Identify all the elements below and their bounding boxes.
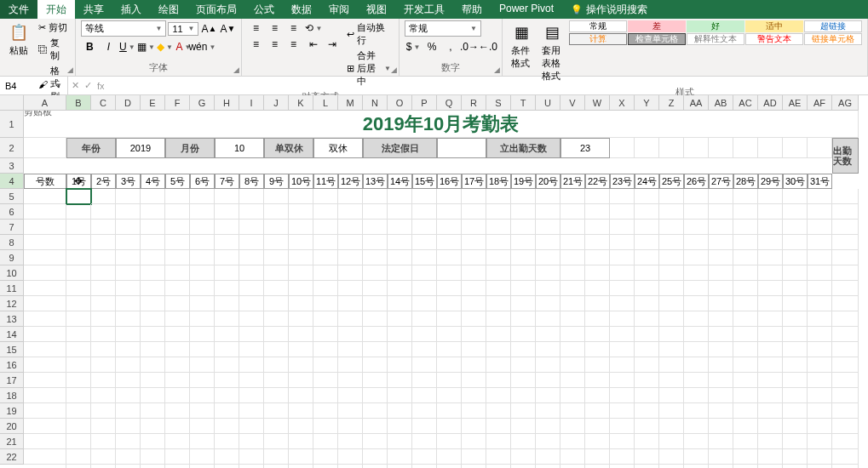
spreadsheet-grid[interactable]: ABCDEFGHIJKLMNOPQRSTUVWXYZAAABACADAEAFAG… [0, 95, 868, 468]
cell[interactable] [733, 342, 758, 357]
cell[interactable] [215, 342, 239, 357]
cell[interactable] [560, 311, 585, 327]
cell[interactable] [486, 373, 511, 388]
cell[interactable] [239, 449, 264, 465]
cell[interactable] [388, 250, 412, 265]
tell-me-search[interactable]: 💡 操作说明搜索 [562, 0, 656, 19]
cell[interactable] [808, 189, 832, 204]
cell[interactable] [486, 403, 511, 419]
cell[interactable] [808, 281, 832, 296]
cell[interactable] [363, 235, 388, 250]
accounting-format-button[interactable]: $▼ [405, 39, 422, 54]
cell[interactable] [560, 465, 585, 468]
cell[interactable]: 10 [215, 138, 264, 158]
cell[interactable] [832, 357, 859, 373]
cell[interactable] [239, 235, 264, 250]
cells-area[interactable]: 2019年10月考勤表年份2019月份10单双休双休法定假日立出勤天数23出勤天… [24, 111, 859, 468]
cell[interactable] [437, 465, 462, 468]
tab-review[interactable]: 审阅 [320, 0, 358, 19]
cell[interactable] [264, 250, 289, 265]
cell[interactable]: 22号 [585, 174, 610, 189]
style-item[interactable]: 适中 [745, 20, 803, 32]
cell[interactable] [462, 357, 486, 373]
cell[interactable] [239, 189, 264, 204]
cell[interactable]: 16号 [437, 174, 462, 189]
cell[interactable]: 法定假日 [363, 138, 437, 158]
tab-share[interactable]: 共享 [75, 0, 112, 19]
cell[interactable] [91, 296, 116, 311]
cell[interactable] [783, 449, 808, 465]
cell[interactable]: 29号 [758, 174, 783, 189]
cell[interactable] [338, 235, 363, 250]
cell[interactable] [264, 449, 289, 465]
cell[interactable] [313, 434, 338, 449]
cell[interactable]: 3号 [116, 174, 141, 189]
cell[interactable] [24, 388, 66, 403]
cell[interactable] [684, 449, 709, 465]
cell[interactable] [313, 296, 338, 311]
cell[interactable] [536, 235, 560, 250]
row-header[interactable]: 9 [0, 250, 24, 265]
cell[interactable] [560, 388, 585, 403]
cell[interactable] [659, 235, 684, 250]
cell[interactable] [388, 434, 412, 449]
cell[interactable] [264, 403, 289, 419]
cut-button[interactable]: ✂剪切 [36, 20, 70, 35]
align-center-button[interactable]: ≡ [266, 37, 283, 52]
cell[interactable] [832, 265, 859, 281]
cell[interactable] [363, 311, 388, 327]
style-item[interactable]: 计算 [569, 33, 627, 45]
cell[interactable] [165, 449, 190, 465]
cell[interactable]: 18号 [486, 174, 511, 189]
row-header[interactable]: 21 [0, 434, 24, 449]
cell[interactable] [91, 465, 116, 468]
fx-icon[interactable]: fx [97, 81, 105, 91]
cell[interactable] [635, 250, 659, 265]
italic-button[interactable]: I [100, 39, 117, 54]
cell[interactable] [412, 357, 437, 373]
cell[interactable] [437, 342, 462, 357]
cell[interactable] [437, 327, 462, 342]
cell[interactable] [388, 327, 412, 342]
cell[interactable] [91, 419, 116, 434]
cell[interactable] [758, 434, 783, 449]
cell[interactable] [313, 342, 338, 357]
cell[interactable] [560, 281, 585, 296]
cell[interactable] [313, 235, 338, 250]
cell[interactable] [808, 434, 832, 449]
cell[interactable] [610, 388, 635, 403]
cell[interactable] [289, 465, 313, 468]
cell[interactable] [91, 449, 116, 465]
col-header[interactable]: U [536, 95, 560, 111]
cell[interactable] [313, 250, 338, 265]
cell[interactable] [511, 357, 536, 373]
cell[interactable] [536, 388, 560, 403]
cell[interactable] [709, 204, 733, 220]
cell[interactable] [709, 449, 733, 465]
cell[interactable] [141, 281, 165, 296]
cell[interactable] [313, 388, 338, 403]
row-header[interactable]: 8 [0, 235, 24, 250]
style-item[interactable]: 超链接 [804, 20, 862, 32]
cell[interactable] [363, 204, 388, 220]
cell[interactable] [289, 235, 313, 250]
cell[interactable] [289, 204, 313, 220]
col-header[interactable]: J [264, 95, 289, 111]
cell[interactable] [412, 327, 437, 342]
cell[interactable] [388, 220, 412, 235]
cell[interactable] [363, 281, 388, 296]
cell[interactable] [289, 220, 313, 235]
cell[interactable] [758, 327, 783, 342]
cell[interactable] [486, 449, 511, 465]
cell[interactable] [338, 388, 363, 403]
cell[interactable] [215, 235, 239, 250]
cell[interactable] [585, 342, 610, 357]
cell[interactable] [832, 281, 859, 296]
cell[interactable] [66, 449, 91, 465]
cell[interactable] [116, 311, 141, 327]
cell[interactable] [585, 403, 610, 419]
cell[interactable] [808, 403, 832, 419]
cell[interactable] [412, 373, 437, 388]
cell[interactable] [511, 449, 536, 465]
cell[interactable] [239, 327, 264, 342]
